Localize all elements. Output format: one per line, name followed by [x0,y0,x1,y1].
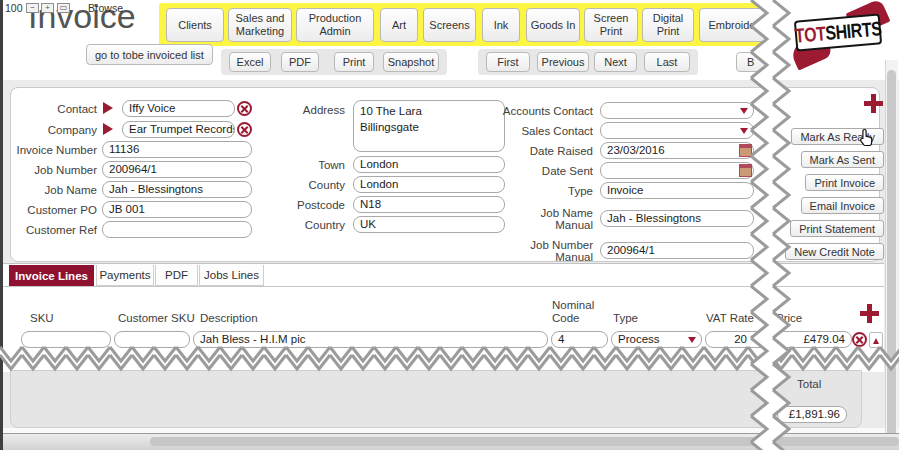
nav-tab-clients[interactable]: Clients [166,8,224,42]
nav-tab-embroidery[interactable]: Embroidery [699,8,774,42]
invoice-number-field[interactable]: 11136 [102,141,252,158]
date-sent-calendar-icon[interactable] [739,164,752,177]
customer-ref-label: Customer Ref [0,224,97,236]
column-header-customer-sku: Customer SKU [118,312,195,325]
add-invoice-line-icon[interactable] [860,304,879,323]
row-price-field[interactable]: £479.04 [773,331,852,348]
column-header-type: Type [613,312,638,325]
last-record-button[interactable]: Last [644,52,690,72]
job-name-label: Job Name [0,184,97,196]
totshirts-logo: TOTSHIRTS [795,6,885,64]
row-description-field[interactable]: Jah Bless - H.I.M pic [193,331,548,348]
zoom-in-icon[interactable]: + [41,3,54,13]
postcode-field[interactable]: N18 [353,196,505,213]
sales-contact-dropdown-icon[interactable] [740,128,748,134]
nav-tab-ink[interactable]: Ink [482,8,520,42]
row-vat-rate-field[interactable]: 20 [705,331,770,348]
nav-tab-art[interactable]: Art [380,8,418,42]
first-record-button[interactable]: First [486,52,530,72]
partial-button[interactable]: B [736,52,770,72]
window-left-edge [0,0,3,450]
company-field[interactable]: Ear Trumpet Records [122,121,235,138]
nav-tab-goods-in[interactable]: Goods In [526,8,580,42]
zoom-out-icon[interactable]: − [26,3,39,13]
print-statement-button[interactable]: Print Statement [790,220,884,237]
accounts-contact-label: Accounts Contact [486,105,593,117]
mode-selector[interactable]: Browse [88,2,123,14]
move-line-up-icon[interactable] [869,332,883,348]
company-goto-arrow-icon[interactable] [103,123,113,135]
invoice-number-label: Invoice Number [0,144,97,156]
job-number-label: Job Number [0,164,97,176]
row-customer-sku-field[interactable] [114,331,190,348]
customer-ref-field[interactable] [102,221,252,238]
pdf-button[interactable]: PDF [281,52,319,72]
customer-po-field[interactable]: JB 001 [102,201,252,218]
job-name-manual-field[interactable]: Jah - Blessingtons [600,210,754,227]
nav-tab-digital-print[interactable]: Digital Print [642,8,694,42]
town-label: Town [250,159,345,171]
tab-payments[interactable]: Payments [96,265,154,286]
address-line1: 10 The Lara [360,103,498,119]
date-sent-field[interactable] [600,162,754,179]
new-credit-note-button[interactable]: New Credit Note [785,243,884,260]
print-invoice-button[interactable]: Print Invoice [805,174,884,191]
zoom-level-value: 100 [5,2,23,14]
address-field[interactable]: 10 The Lara Billingsgate [353,100,505,152]
row-type-dropdown-icon[interactable] [688,337,696,343]
email-invoice-button[interactable]: Email Invoice [801,197,884,214]
status-bar-track [150,437,899,446]
job-name-field[interactable]: Jah - Blessingtons [102,181,252,198]
job-number-field[interactable]: 200964/1 [102,161,252,178]
date-raised-calendar-icon[interactable] [739,144,752,157]
tab-invoice-lines[interactable]: Invoice Lines [9,265,94,286]
date-raised-label: Date Raised [486,145,593,157]
tab-pdf[interactable]: PDF [155,265,198,286]
nav-tab-production-admin[interactable]: Production Admin [296,8,374,42]
sales-contact-dropdown[interactable] [600,122,754,139]
country-label: Country [250,219,345,231]
excel-button[interactable]: Excel [229,52,271,72]
delete-line-icon[interactable] [852,332,867,347]
snapshot-button[interactable]: Snapshot [383,52,439,72]
type-field[interactable]: Invoice [600,182,754,199]
vertical-scrollbar-thumb[interactable] [887,70,896,442]
mark-as-sent-button[interactable]: Mark As Sent [801,151,884,168]
nav-tab-screen-print[interactable]: Screen Print [584,8,638,42]
date-sent-label: Date Sent [486,165,593,177]
sales-contact-label: Sales Contact [486,125,593,137]
logo-banner: TOTSHIRTS [794,13,882,51]
column-header-nominal-code: Nominal Code [552,299,598,325]
county-field[interactable]: London [353,176,505,193]
column-header-description: Description [200,312,258,325]
country-field[interactable]: UK [353,216,505,233]
date-raised-field[interactable]: 23/03/2016 [600,142,754,159]
address-line2: Billingsgate [360,119,498,135]
town-field[interactable]: London [353,156,505,173]
next-record-button[interactable]: Next [594,52,637,72]
mouse-pointer-hand-icon [858,128,876,147]
column-header-vat-rate: VAT Rate [706,312,754,325]
column-header-sku: SKU [30,312,54,325]
type-label: Type [486,185,593,197]
row-sku-field[interactable] [21,331,111,348]
layout-mode-icon[interactable]: ▭ [57,3,70,13]
total-label: Total [797,378,837,390]
print-button[interactable]: Print [334,52,374,72]
add-record-icon[interactable] [864,94,883,113]
nav-tab-sales-and-marketing[interactable]: Sales and Marketing [228,8,292,42]
job-number-manual-label: Job Number Manual [523,239,593,263]
total-value-field: £1,891.96 [777,406,847,423]
tab-jobs-lines[interactable]: Jobs Lines [199,265,264,286]
go-to-invoiced-list-button[interactable]: go to tobe invoiced list [86,44,213,65]
accounts-contact-dropdown[interactable] [600,102,754,119]
accounts-contact-dropdown-icon[interactable] [740,108,748,114]
job-name-manual-label: Job Name Manual [523,207,593,231]
previous-record-button[interactable]: Previous [537,52,589,72]
nav-tab-screens[interactable]: Screens [423,8,476,42]
contact-goto-arrow-icon[interactable] [103,102,113,114]
contact-field[interactable]: Iffy Voice [122,100,235,117]
row-nominal-code-field[interactable]: 4 [551,331,608,348]
job-number-manual-field[interactable]: 200964/1 [600,242,754,259]
clear-company-icon[interactable] [237,122,252,137]
